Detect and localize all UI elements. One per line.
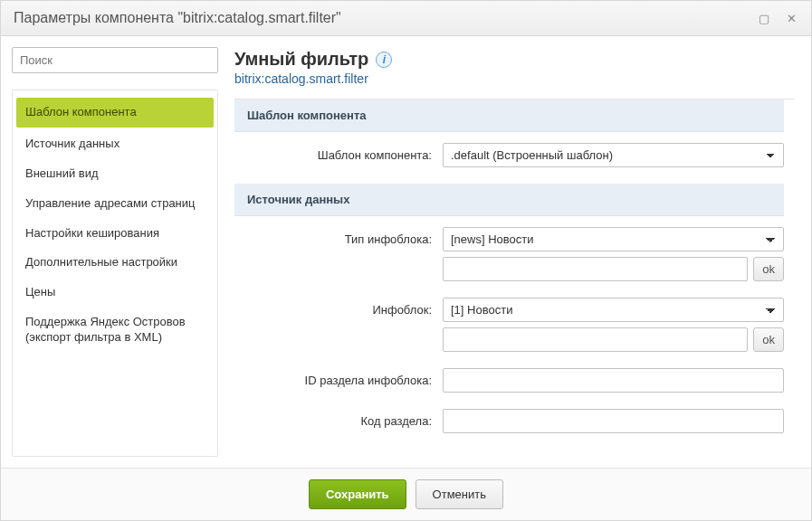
input-iblock-type-text[interactable] — [443, 257, 748, 281]
component-code-subtitle: bitrix:catalog.smart.filter — [234, 71, 795, 86]
select-iblock[interactable]: [1] Новости — [443, 298, 784, 322]
titlebar: Параметры компонента "bitrix:catalog.sma… — [1, 1, 811, 36]
label-section-code: Код раздела: — [234, 409, 443, 428]
select-iblock-type[interactable]: [news] Новости — [443, 227, 784, 251]
row-iblock-type: Тип инфоблока: [news] Новости ok — [234, 227, 784, 281]
dialog-window: Параметры компонента "bitrix:catalog.sma… — [0, 0, 812, 521]
ok-button-iblock[interactable]: ok — [753, 327, 784, 352]
cancel-button[interactable]: Отменить — [416, 479, 503, 509]
label-template: Шаблон компонента: — [234, 143, 443, 162]
sidebar-item-urls[interactable]: Управление адресами страниц — [13, 189, 217, 219]
heading-row: Умный фильтр i — [234, 49, 795, 70]
input-section-id[interactable] — [443, 368, 784, 393]
form-scroll[interactable]: Шаблон компонента Шаблон компонента: .de… — [234, 99, 795, 468]
page-title: Умный фильтр — [234, 49, 368, 70]
label-section-id: ID раздела инфоблока: — [234, 368, 443, 387]
row-template: Шаблон компонента: .default (Встроенный … — [234, 143, 784, 167]
sidebar-item-appearance[interactable]: Внешний вид — [13, 159, 217, 189]
sidebar-item-caching[interactable]: Настройки кеширования — [13, 219, 217, 249]
sidebar: Шаблон компонента Источник данных Внешни… — [1, 36, 229, 468]
search-box — [12, 47, 218, 73]
window-controls: ▢ ✕ — [748, 12, 798, 25]
ok-button-iblock-type[interactable]: ok — [753, 257, 784, 281]
section-head-data-source: Источник данных — [234, 184, 784, 216]
dialog-body: Шаблон компонента Источник данных Внешни… — [1, 36, 811, 468]
row-iblock: Инфоблок: [1] Новости ok — [234, 298, 784, 352]
dialog-footer: Сохранить Отменить — [1, 468, 811, 520]
section-head-template: Шаблон компонента — [234, 99, 784, 132]
sidebar-nav: Шаблон компонента Источник данных Внешни… — [12, 90, 218, 457]
row-section-code: Код раздела: — [234, 409, 784, 433]
sidebar-item-prices[interactable]: Цены — [13, 278, 217, 308]
row-section-id: ID раздела инфоблока: — [234, 368, 784, 393]
sidebar-item-data-source[interactable]: Источник данных — [13, 129, 217, 159]
label-iblock: Инфоблок: — [234, 298, 443, 317]
select-template[interactable]: .default (Встроенный шаблон) — [443, 143, 784, 167]
info-icon[interactable]: i — [376, 52, 392, 68]
input-section-code[interactable] — [443, 409, 784, 433]
input-iblock-text[interactable] — [443, 327, 748, 352]
maximize-icon[interactable]: ▢ — [757, 13, 771, 25]
main-panel: Умный фильтр i bitrix:catalog.smart.filt… — [229, 36, 811, 468]
sidebar-item-template[interactable]: Шаблон компонента — [16, 98, 214, 128]
search-input[interactable] — [20, 53, 210, 67]
sidebar-item-yandex-islands[interactable]: Поддержка Яндекс Островов (экспорт фильт… — [13, 308, 217, 353]
window-title: Параметры компонента "bitrix:catalog.sma… — [14, 10, 341, 26]
label-iblock-type: Тип инфоблока: — [234, 227, 443, 246]
save-button[interactable]: Сохранить — [309, 479, 406, 509]
close-icon[interactable]: ✕ — [784, 13, 798, 25]
sidebar-item-advanced[interactable]: Дополнительные настройки — [13, 248, 217, 278]
